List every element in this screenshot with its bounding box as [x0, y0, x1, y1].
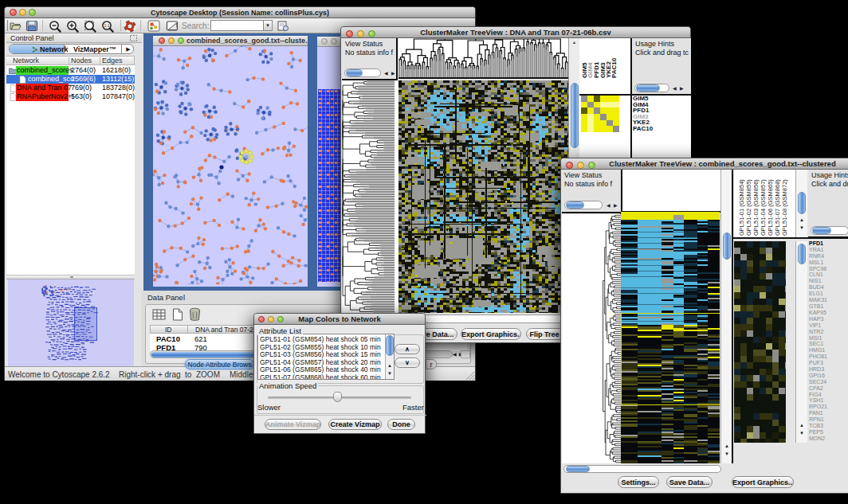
svg-text:1:1: 1:1: [104, 23, 110, 28]
